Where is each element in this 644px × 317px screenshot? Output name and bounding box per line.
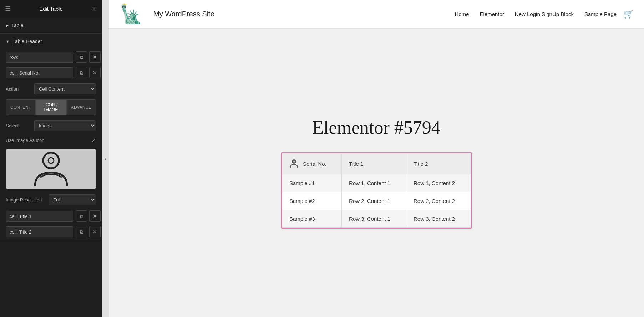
nav-link-home[interactable]: Home xyxy=(455,11,469,17)
td-row3-content2: Row 3, Content 2 xyxy=(406,210,471,228)
data-table: Serial No. Title 1 Title 2 Sample #1 Row… xyxy=(282,153,471,228)
th-serial-text: Serial No. xyxy=(303,161,326,167)
serial-person-icon xyxy=(289,159,299,168)
panel-header: ☰ Edit Table ⊞ xyxy=(0,0,102,17)
use-image-label: Use Image As icon xyxy=(6,138,44,143)
menu-icon[interactable]: ☰ xyxy=(5,5,11,13)
cell-serial-item: ⧉ ✕ xyxy=(0,65,102,81)
table-section[interactable]: ▶ Table xyxy=(0,17,102,34)
table-arrow: ▶ xyxy=(6,23,9,28)
action-field-row: Action Cell Content xyxy=(0,81,102,97)
td-sample2: Sample #2 xyxy=(282,192,342,210)
table-header-section: ▼ Table Header ⧉ ✕ ⧉ ✕ Action Cell Conte… xyxy=(0,34,102,240)
table-header-arrow: ▼ xyxy=(6,39,10,44)
tab-content[interactable]: CONTENT xyxy=(6,99,36,115)
table-row: Sample #3 Row 3, Content 1 Row 3, Conten… xyxy=(282,210,471,228)
svg-point-3 xyxy=(293,161,295,163)
td-row3-content1: Row 3, Content 1 xyxy=(342,210,406,228)
table-row: Sample #1 Row 1, Content 1 Row 1, Conten… xyxy=(282,174,471,192)
row-copy-btn[interactable]: ⧉ xyxy=(76,51,87,63)
main-content: Elementor #5794 Serial No. xyxy=(109,29,644,317)
td-sample3: Sample #3 xyxy=(282,210,342,228)
td-row2-content2: Row 2, Content 2 xyxy=(406,192,471,210)
cell-title1-delete-btn[interactable]: ✕ xyxy=(89,210,101,222)
nav-link-sample[interactable]: Sample Page xyxy=(584,11,617,17)
image-resolution-row: Image Resolution Full Large Medium Thumb… xyxy=(0,191,102,208)
th-title2: Title 2 xyxy=(406,153,471,174)
row-item: ⧉ ✕ xyxy=(0,49,102,65)
use-image-row: Use Image As icon ⤢ xyxy=(0,134,102,147)
table-header-section-row[interactable]: ▼ Table Header xyxy=(0,34,102,49)
cell-serial-copy-btn[interactable]: ⧉ xyxy=(76,67,87,78)
tab-icon-image[interactable]: ICON / IMAGE xyxy=(36,99,66,115)
collapse-icon: ‹ xyxy=(105,156,106,161)
table-header-label: Table Header xyxy=(12,39,42,44)
image-preview[interactable] xyxy=(6,149,96,189)
cell-title1-copy-btn[interactable]: ⧉ xyxy=(76,210,87,222)
select-label: Select xyxy=(6,123,31,128)
panel-body: ▶ Table ▼ Table Header ⧉ ✕ ⧉ ✕ xyxy=(0,17,102,317)
td-row2-content1: Row 2, Content 1 xyxy=(342,192,406,210)
cell-title1-item: ⧉ ✕ xyxy=(0,208,102,224)
row-input[interactable] xyxy=(6,52,73,63)
collapse-toggle[interactable]: ‹ xyxy=(102,0,109,317)
select-select[interactable]: Image xyxy=(34,120,96,131)
nav-link-login[interactable]: New Login SignUp Block xyxy=(515,11,574,17)
table-label: Table xyxy=(11,22,23,28)
panel-title: Edit Table xyxy=(39,6,63,12)
cell-title2-input[interactable] xyxy=(6,226,73,237)
cell-title2-item: ⧉ ✕ xyxy=(0,224,102,240)
page-heading: Elementor #5794 xyxy=(312,117,441,138)
cell-serial-input[interactable] xyxy=(6,67,73,78)
svg-point-2 xyxy=(292,160,296,163)
grid-icon[interactable]: ⊞ xyxy=(91,5,97,13)
table-header-row: Serial No. Title 1 Title 2 xyxy=(282,153,471,174)
td-row1-content2: Row 1, Content 2 xyxy=(406,174,471,192)
table-row: Sample #2 Row 2, Content 1 Row 2, Conten… xyxy=(282,192,471,210)
svg-point-0 xyxy=(43,153,59,168)
tab-advance[interactable]: ADVANCE xyxy=(66,99,96,115)
tabs-row: CONTENT ICON / IMAGE ADVANCE xyxy=(0,97,102,117)
wp-nav: 🗽 My WordPress Site Home Elementor New L… xyxy=(109,0,644,29)
row-delete-btn[interactable]: ✕ xyxy=(89,51,101,63)
cell-title2-copy-btn[interactable]: ⧉ xyxy=(76,226,87,237)
td-sample1: Sample #1 xyxy=(282,174,342,192)
th-title1: Title 1 xyxy=(342,153,406,174)
td-row1-content1: Row 1, Content 1 xyxy=(342,174,406,192)
action-label: Action xyxy=(6,86,31,92)
resize-icon[interactable]: ⤢ xyxy=(91,137,96,144)
image-resolution-label: Image Resolution xyxy=(6,197,45,203)
wp-site-title[interactable]: My WordPress Site xyxy=(153,10,214,18)
wp-nav-links: Home Elementor New Login SignUp Block Sa… xyxy=(455,11,617,17)
cell-serial-delete-btn[interactable]: ✕ xyxy=(89,67,101,78)
cart-icon[interactable]: 🛒 xyxy=(624,10,633,19)
cell-title1-input[interactable] xyxy=(6,211,73,222)
image-resolution-select[interactable]: Full Large Medium Thumbnail xyxy=(49,194,96,205)
svg-point-1 xyxy=(48,158,54,163)
th-serial: Serial No. xyxy=(282,153,342,174)
nav-link-elementor[interactable]: Elementor xyxy=(480,11,504,17)
select-field-row: Select Image xyxy=(0,117,102,134)
data-table-wrapper: Serial No. Title 1 Title 2 Sample #1 Row… xyxy=(281,152,472,229)
action-select[interactable]: Cell Content xyxy=(34,83,96,94)
table-section-row[interactable]: ▶ Table xyxy=(0,17,102,33)
wp-logo: 🗽 xyxy=(120,3,143,25)
preview-image-svg xyxy=(31,150,71,188)
cell-title2-delete-btn[interactable]: ✕ xyxy=(89,226,101,237)
right-panel: 🗽 My WordPress Site Home Elementor New L… xyxy=(109,0,644,317)
left-panel: ☰ Edit Table ⊞ ▶ Table ▼ Table Header ⧉ … xyxy=(0,0,102,317)
